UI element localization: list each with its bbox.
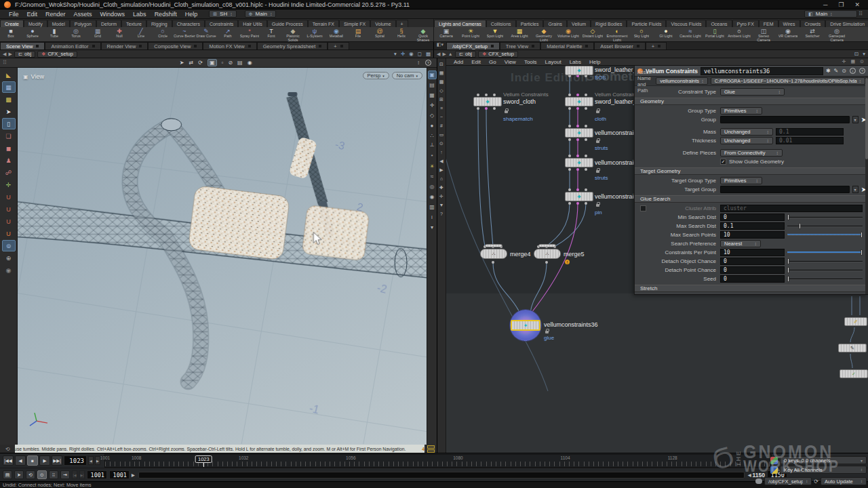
help-icon[interactable]: ?	[859, 68, 865, 74]
menu-item[interactable]: Help	[182, 11, 201, 18]
shelf-tab[interactable]: Terrain FX	[308, 20, 339, 27]
pane-tab[interactable]: +	[646, 42, 667, 49]
viewport-mode-icon[interactable]: ▣	[208, 59, 217, 66]
show-guide-checkbox[interactable]: ✓	[720, 159, 726, 165]
pane-tab[interactable]: Tree View	[500, 42, 540, 49]
node-comment[interactable]: struts	[595, 175, 608, 181]
menu-item[interactable]: File	[5, 11, 22, 18]
pane-tab-menu-icon[interactable]	[36, 45, 39, 47]
no-cam-badge[interactable]: No cam▾	[392, 72, 422, 79]
shelf-tab[interactable]: Texture	[121, 20, 146, 27]
mass-mode-dropdown[interactable]: Unchanged↕	[720, 128, 773, 136]
pane-tab-menu-icon[interactable]	[92, 45, 95, 47]
node-name[interactable]: vellumconstraint	[595, 159, 639, 166]
desktop-selector[interactable]: ⊞ SH ↕	[209, 10, 237, 18]
node-comment[interactable]: struts	[595, 145, 608, 151]
path-menu-icon[interactable]: ▾	[863, 51, 865, 57]
edge-node-2[interactable]: ✎	[838, 344, 867, 352]
shelf-tab[interactable]: Deform	[96, 20, 121, 27]
tool-portal-light-icon[interactable]: ▯ Portal Light	[703, 28, 727, 39]
net-help-icon[interactable]: ?	[438, 210, 446, 218]
shelf-tab[interactable]: Collisions	[486, 20, 516, 27]
tool-box-icon[interactable]: ■ Box	[0, 28, 22, 39]
key-all-channels-dropdown[interactable]: Key All Channels↕	[780, 466, 867, 474]
path-pin-icon[interactable]: ⊡	[854, 51, 859, 57]
viewport-pin-icon[interactable]: ▣	[23, 74, 28, 80]
node-comment[interactable]: glue	[544, 335, 554, 341]
playback-range-bar[interactable]	[138, 472, 745, 479]
node-comment[interactable]: cloth	[595, 116, 606, 122]
recook-icon[interactable]: ⟳	[814, 479, 818, 485]
mass-field[interactable]: 0.1	[776, 128, 844, 136]
tool-ambient-light-icon[interactable]: ○ Ambient Light	[727, 28, 751, 39]
flipbook-icon[interactable]: ▤	[237, 60, 243, 66]
viewport-layout-icon[interactable]: ⟲	[0, 445, 15, 453]
node-comment[interactable]: shapematch	[503, 116, 533, 122]
go-end-button[interactable]: ▶▶|	[52, 455, 62, 466]
snapshot-strip-icon[interactable]: ◉	[428, 192, 437, 201]
tool-null-icon[interactable]: ✚ Null	[108, 28, 130, 39]
shelf-tab[interactable]: Polygon	[70, 20, 96, 27]
pane-tab[interactable]: Geometry Spreadsheet	[257, 42, 328, 49]
min-search-dist-slider[interactable]	[787, 214, 863, 221]
shelf-tab[interactable]: Wires	[778, 20, 800, 27]
pane-tab[interactable]: Animation Editor	[45, 42, 100, 49]
node-sword-leather-cloth[interactable]: ✦	[565, 97, 593, 106]
up-icon[interactable]: ▲	[448, 52, 453, 56]
tool-camera-icon[interactable]: ▣ Camera	[434, 28, 458, 39]
detach-point-chance-slider[interactable]	[787, 266, 863, 274]
display-points-icon[interactable]: ∴	[428, 131, 437, 140]
pose-icon[interactable]: ⟳	[198, 60, 203, 66]
net-layout-icon[interactable]: ⊞	[438, 96, 446, 103]
node-name[interactable]: merge4	[510, 251, 531, 258]
pane-tab[interactable]: /obj/CFX_setup	[446, 42, 500, 49]
breadcrumb-root[interactable]: ⊏obj	[455, 51, 476, 58]
smooth-shaded-icon[interactable]: ●	[428, 121, 437, 130]
breadcrumb-node[interactable]: ❖CFX_setup	[37, 51, 77, 58]
pane-tab[interactable]: +	[328, 42, 349, 49]
shelf-tab[interactable]: Simple FX	[339, 20, 370, 27]
tool-platonic-solids-icon[interactable]: ◆ Platonic Solids	[282, 28, 304, 41]
pane-tab-menu-icon[interactable]	[139, 45, 142, 47]
tool-lsystem-icon[interactable]: ψ L-System	[304, 28, 326, 39]
toggle-grid-icon[interactable]: ▦	[428, 91, 437, 100]
viewport-corner-toggle-icon[interactable]	[427, 445, 435, 449]
select-objects-icon[interactable]: ❏	[2, 130, 16, 142]
pane-tab[interactable]: Motion FX View	[203, 42, 256, 49]
menu-item[interactable]: Redshift	[151, 11, 180, 18]
pane-split-icon[interactable]: ◧▾	[434, 42, 446, 49]
search-icon[interactable]: ⊙	[842, 68, 846, 74]
tool-font-icon[interactable]: T Font	[260, 28, 282, 39]
view-pivot-icon[interactable]: ◉	[2, 264, 16, 276]
viewport-corner-export-icon[interactable]	[427, 449, 435, 453]
snap-point-magnet-icon[interactable]: U	[2, 203, 16, 215]
pane-tab-menu-icon[interactable]	[532, 45, 534, 47]
select-components-icon[interactable]: ◼	[2, 142, 16, 154]
net-badges-icon[interactable]: ⊟	[438, 60, 446, 68]
set-key-icon[interactable]: ➤	[14, 470, 24, 479]
shading-mode-icon[interactable]: ◣	[2, 69, 16, 81]
pin-path-icon[interactable]: ✛	[401, 51, 405, 57]
detach-object-chance-slider[interactable]	[787, 258, 863, 265]
select-arrow-icon[interactable]: ➤	[2, 106, 16, 117]
section-geometry[interactable]: Geometry	[635, 98, 868, 105]
maximize-button[interactable]: ❐	[838, 1, 844, 8]
group-type-dropdown[interactable]: Primitives↕	[720, 107, 762, 115]
network-menu-item[interactable]: Add	[450, 59, 467, 65]
dopesheet-icon[interactable]: ⁞⁞	[49, 470, 58, 479]
node-name[interactable]: vellumconstraint	[595, 193, 639, 200]
show-points-icon[interactable]: ▦	[2, 81, 16, 93]
node-name[interactable]: vellumconstraints36	[544, 321, 598, 328]
net-home-icon[interactable]: ⌂	[438, 175, 446, 182]
tool-environment-light-icon[interactable]: ◐ Environment Light	[605, 28, 629, 41]
tool-path-icon[interactable]: ↗ Path	[217, 28, 239, 39]
tool-spiral-icon[interactable]: @ Spiral	[369, 28, 391, 39]
asset-name-dropdown[interactable]: vellumconstraints↕	[656, 77, 707, 85]
section-stretch[interactable]: Stretch	[635, 285, 868, 292]
secure-selection-lock-icon[interactable]: ▯	[2, 118, 16, 129]
display-normals-icon[interactable]: ┴	[428, 142, 437, 150]
close-button[interactable]: ✕	[854, 1, 860, 8]
path-history-icon[interactable]: ▾	[394, 51, 397, 57]
node-merge4[interactable]: ∴	[480, 249, 507, 259]
net-pin-view-icon[interactable]: ✛	[842, 59, 846, 64]
